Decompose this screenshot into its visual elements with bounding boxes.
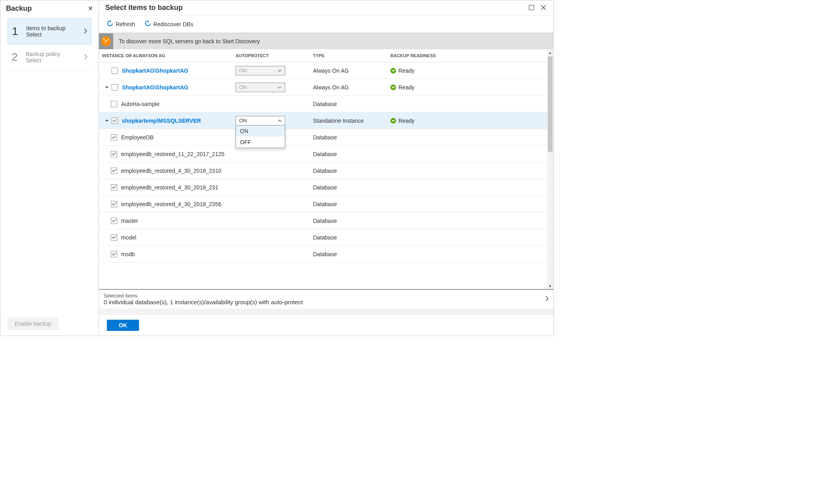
type-cell: Always On AG bbox=[313, 84, 390, 91]
database-name: employeedb_restored_4_30_2018_2356 bbox=[121, 201, 221, 207]
close-icon[interactable]: ✕ bbox=[88, 5, 93, 12]
scroll-down-icon[interactable]: ▼ bbox=[547, 283, 553, 289]
row-checkbox[interactable] bbox=[111, 251, 117, 257]
main-title: Select items to backup bbox=[105, 4, 183, 12]
database-name: EmployeeDB bbox=[121, 134, 154, 141]
table-body: ShopkartAG\ShopkartAGONAlways On AGReady… bbox=[99, 62, 553, 289]
type-cell: Database bbox=[313, 251, 390, 257]
row-checkbox[interactable] bbox=[111, 218, 117, 224]
instance-name-link[interactable]: shopkartemp\MSSQLSERVER bbox=[122, 118, 201, 124]
step-number: 2 bbox=[12, 51, 20, 64]
rediscover-label: Rediscover DBs bbox=[153, 21, 193, 27]
readiness-label: Ready bbox=[398, 68, 414, 74]
row-checkbox[interactable] bbox=[111, 151, 117, 157]
horizontal-scrollbar[interactable] bbox=[99, 309, 553, 315]
type-cell: Always On AG bbox=[313, 68, 390, 74]
database-name: model bbox=[121, 234, 136, 241]
type-cell: Database bbox=[313, 101, 390, 107]
table-row[interactable]: employeedb_restored_4_30_2018_231Databas… bbox=[99, 179, 553, 196]
table-row[interactable]: EmployeeDBDatabase bbox=[99, 129, 553, 146]
scroll-thumb[interactable] bbox=[548, 56, 553, 152]
row-checkbox[interactable] bbox=[111, 201, 117, 207]
step-subtitle: Select bbox=[26, 57, 60, 64]
table-row[interactable]: ShopkartAG\ShopkartAGONAlways On AGReady bbox=[99, 62, 553, 79]
table-row[interactable]: employeedb_restored_11_22_2017_2125Datab… bbox=[99, 146, 553, 162]
svg-rect-0 bbox=[529, 5, 534, 10]
chevron-right-icon bbox=[84, 54, 87, 61]
refresh-button[interactable]: Refresh bbox=[107, 20, 135, 28]
autoprotect-dropdown: ON bbox=[236, 66, 285, 75]
scroll-up-icon[interactable]: ▲ bbox=[547, 49, 553, 56]
row-checkbox[interactable] bbox=[111, 234, 117, 241]
database-name: AutoHa-sample bbox=[121, 101, 160, 107]
autoprotect-dropdown[interactable]: ON bbox=[236, 116, 285, 126]
autoprotect-dropdown-menu[interactable]: ONOFF bbox=[236, 126, 285, 148]
rediscover-button[interactable]: Rediscover DBs bbox=[145, 20, 193, 28]
enable-backup-button[interactable]: Enable backup bbox=[8, 317, 59, 330]
readiness-label: Ready bbox=[398, 118, 414, 124]
autoprotect-dropdown: ON bbox=[236, 83, 285, 92]
database-name: employeedb_restored_4_30_2018_2310 bbox=[121, 168, 221, 174]
col-readiness: BACKUP READINESS bbox=[390, 53, 550, 58]
chevron-right-icon bbox=[545, 296, 549, 303]
type-cell: Database bbox=[313, 218, 390, 224]
row-checkbox[interactable] bbox=[111, 101, 117, 107]
type-cell: Database bbox=[313, 234, 390, 241]
expand-toggle-icon[interactable] bbox=[104, 119, 110, 123]
readiness-label: Ready bbox=[398, 84, 414, 91]
chevron-down-icon bbox=[278, 85, 282, 89]
tools-icon bbox=[101, 37, 111, 46]
type-cell: Standalone Instance bbox=[313, 118, 390, 124]
table-row[interactable]: shopkartemp\MSSQLSERVERONStandalone Inst… bbox=[99, 112, 553, 129]
selected-label: Selected items bbox=[104, 293, 303, 299]
table-row[interactable]: masterDatabase bbox=[99, 212, 553, 229]
expand-toggle-icon[interactable] bbox=[104, 85, 110, 89]
step-backup-policy[interactable]: 2 Backup policy Select bbox=[8, 44, 91, 70]
table-row[interactable]: msdbDatabase bbox=[99, 246, 553, 263]
instance-name-link[interactable]: ShopkartAG\ShopkartAG bbox=[122, 84, 188, 91]
selected-items-bar[interactable]: Selected items 0 individual database(s),… bbox=[99, 289, 553, 309]
database-name: master bbox=[121, 218, 138, 224]
ok-button[interactable]: OK bbox=[107, 320, 139, 331]
chevron-right-icon bbox=[84, 28, 87, 35]
main-panel: Select items to backup Refresh bbox=[99, 0, 553, 336]
step-items-to-backup[interactable]: 1 Items to backup Select bbox=[8, 18, 91, 44]
row-checkbox[interactable] bbox=[112, 118, 118, 124]
dropdown-value: ON bbox=[239, 68, 247, 73]
table-header: INSTANCE OR ALWAYSON AG AUTOPROTECT TYPE… bbox=[99, 49, 553, 62]
database-name: employeedb_restored_11_22_2017_2125 bbox=[121, 151, 224, 157]
chevron-down-icon bbox=[278, 68, 282, 73]
step-number: 1 bbox=[12, 25, 21, 38]
row-checkbox[interactable] bbox=[111, 184, 117, 191]
type-cell: Database bbox=[313, 134, 390, 141]
database-name: employeedb_restored_4_30_2018_231 bbox=[121, 184, 218, 191]
col-type: TYPE bbox=[313, 53, 390, 58]
row-checkbox[interactable] bbox=[112, 84, 118, 91]
dropdown-option-on[interactable]: ON bbox=[236, 126, 285, 137]
table-row[interactable]: modelDatabase bbox=[99, 229, 553, 246]
dropdown-value: ON bbox=[239, 84, 247, 90]
table-row[interactable]: ShopkartAG\ShopkartAGONAlways On AGReady bbox=[99, 79, 553, 96]
table-row[interactable]: employeedb_restored_4_30_2018_2356Databa… bbox=[99, 196, 553, 212]
row-checkbox[interactable] bbox=[111, 134, 117, 141]
row-checkbox[interactable] bbox=[111, 168, 117, 174]
database-name: msdb bbox=[121, 251, 135, 257]
vertical-scrollbar[interactable]: ▲ ▼ bbox=[547, 49, 553, 289]
type-cell: Database bbox=[313, 151, 390, 157]
check-circle-icon bbox=[390, 118, 396, 124]
step-subtitle: Select bbox=[26, 31, 66, 38]
check-circle-icon bbox=[390, 85, 396, 90]
sidebar-title: Backup bbox=[6, 4, 32, 13]
refresh-icon bbox=[107, 20, 113, 28]
row-checkbox[interactable] bbox=[112, 68, 118, 74]
table-row[interactable]: employeedb_restored_4_30_2018_2310Databa… bbox=[99, 162, 553, 179]
check-circle-icon bbox=[390, 68, 396, 73]
dropdown-option-off[interactable]: OFF bbox=[236, 137, 285, 148]
type-cell: Database bbox=[313, 184, 390, 191]
instance-name-link[interactable]: ShopkartAG\ShopkartAG bbox=[122, 68, 188, 74]
type-cell: Database bbox=[313, 168, 390, 174]
banner-message: To discover more SQL servers go back to … bbox=[113, 38, 265, 44]
maximize-icon[interactable] bbox=[529, 5, 535, 11]
table-row[interactable]: AutoHa-sampleDatabase bbox=[99, 96, 553, 112]
close-icon[interactable] bbox=[541, 5, 547, 11]
